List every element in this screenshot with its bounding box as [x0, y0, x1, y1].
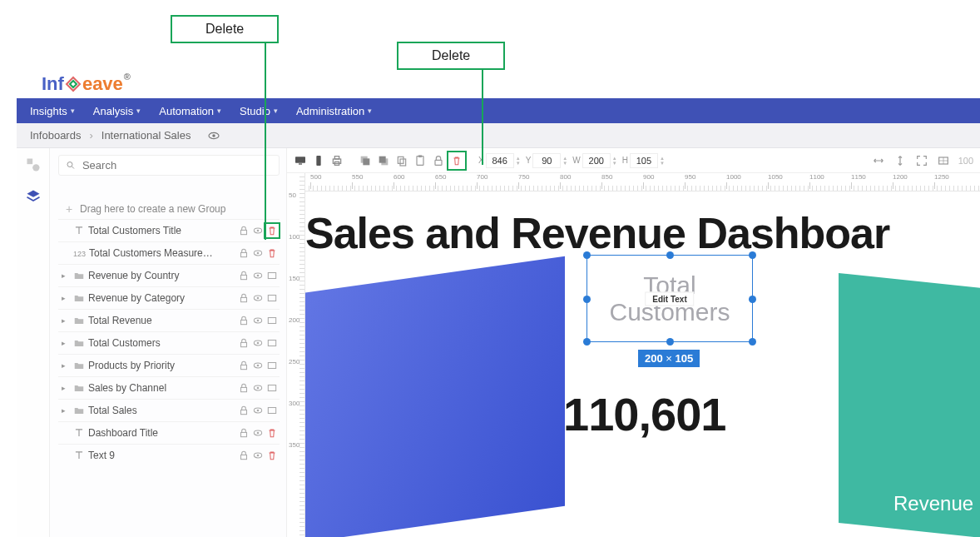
spinner-icon[interactable]: ▲▼: [562, 156, 567, 166]
layer-row[interactable]: Text 9: [58, 444, 280, 466]
desktop-view-icon[interactable]: [294, 154, 307, 167]
metric-value[interactable]: 110,601: [563, 387, 725, 441]
edit-text-popup[interactable]: Edit Text: [645, 291, 694, 306]
expand-icon[interactable]: ▸: [62, 294, 70, 302]
search-input[interactable]: [82, 159, 272, 172]
breadcrumb-root[interactable]: Infoboards: [30, 129, 81, 142]
layers-panel-icon[interactable]: [25, 188, 42, 205]
layer-row[interactable]: Dashboard Title: [58, 421, 280, 444]
layer-eye-icon[interactable]: [252, 270, 264, 281]
spinner-icon[interactable]: ▲▼: [612, 156, 617, 166]
layer-frame-icon[interactable]: [266, 360, 278, 371]
nav-analysis[interactable]: Analysis▾: [93, 105, 141, 117]
layer-row[interactable]: ▸Total Customers: [58, 331, 280, 354]
layer-frame-icon[interactable]: [266, 382, 278, 394]
layer-lock-icon[interactable]: [238, 450, 250, 461]
nav-insights[interactable]: Insights▾: [30, 105, 75, 117]
layer-eye-icon[interactable]: [252, 405, 264, 416]
fullscreen-icon[interactable]: [915, 154, 928, 167]
layer-trash-icon[interactable]: [266, 450, 278, 461]
layer-frame-icon[interactable]: [266, 337, 278, 349]
spinner-icon[interactable]: ▲▼: [516, 156, 521, 166]
layer-lock-icon[interactable]: [238, 427, 250, 439]
drag-hint[interactable]: + Drag here to create a new Group: [58, 199, 280, 219]
layer-frame-icon[interactable]: [266, 270, 278, 281]
expand-icon[interactable]: ▸: [62, 271, 70, 280]
layer-trash-icon[interactable]: [266, 225, 278, 236]
layer-eye-icon[interactable]: [252, 292, 264, 304]
layer-frame-icon[interactable]: [266, 405, 278, 416]
x-field[interactable]: X846▲▼: [478, 153, 521, 168]
paste-icon[interactable]: [413, 154, 427, 167]
expand-icon[interactable]: ▸: [62, 339, 70, 347]
selection-box[interactable]: Total Customers Edit Text: [587, 255, 753, 342]
layer-row[interactable]: ▸Revenue by Country: [58, 264, 280, 286]
bring-forward-icon[interactable]: [359, 154, 372, 167]
layer-lock-icon[interactable]: [238, 360, 250, 371]
expand-icon[interactable]: ▸: [62, 406, 70, 415]
layer-frame-icon[interactable]: [266, 315, 278, 326]
layer-row[interactable]: ▸Total Revenue: [58, 309, 280, 331]
layer-lock-icon[interactable]: [238, 292, 250, 304]
layer-lock-icon[interactable]: [238, 405, 250, 416]
layer-row[interactable]: ▸Revenue by Category: [58, 286, 280, 309]
layer-lock-icon[interactable]: [238, 382, 250, 394]
layer-eye-icon[interactable]: [252, 337, 264, 349]
copy-icon[interactable]: [395, 154, 408, 167]
sidebar-search[interactable]: [58, 155, 280, 176]
y-field[interactable]: Y90▲▼: [526, 153, 568, 168]
zoom-fit-icon[interactable]: [937, 154, 950, 167]
resize-handle-bm[interactable]: [666, 338, 674, 346]
w-field[interactable]: W200▲▼: [572, 153, 616, 168]
layer-eye-icon[interactable]: [252, 315, 264, 326]
layer-row[interactable]: ▸Sales by Channel: [58, 376, 280, 399]
layer-row[interactable]: Total Customers Title: [58, 219, 280, 241]
layer-lock-icon[interactable]: [238, 337, 250, 349]
layer-lock-icon[interactable]: [238, 315, 250, 326]
expand-icon[interactable]: ▸: [62, 316, 70, 325]
blue-parallelogram-shape[interactable]: [305, 256, 565, 537]
layer-frame-icon[interactable]: [266, 292, 278, 304]
layer-row[interactable]: 123Total Customers Measure…: [58, 241, 280, 264]
horizontal-ruler[interactable]: 5005506006507007508008509009501000105011…: [305, 173, 980, 191]
preview-icon[interactable]: [207, 129, 220, 142]
layer-eye-icon[interactable]: [252, 427, 264, 439]
nav-automation[interactable]: Automation▾: [159, 105, 221, 117]
zoom-level[interactable]: 100: [958, 156, 973, 166]
resize-handle-br[interactable]: [749, 338, 756, 346]
spinner-icon[interactable]: ▲▼: [660, 156, 665, 166]
lock-icon[interactable]: [432, 154, 445, 167]
h-field[interactable]: H105▲▼: [622, 153, 665, 168]
shapes-panel-icon[interactable]: [25, 157, 42, 173]
resize-handle-tl[interactable]: [583, 251, 591, 259]
layer-lock-icon[interactable]: [238, 270, 250, 281]
nav-administration[interactable]: Administration▾: [296, 105, 372, 117]
resize-handle-bl[interactable]: [583, 338, 591, 346]
mobile-view-icon[interactable]: [312, 154, 325, 167]
design-canvas[interactable]: Sales and Revenue Dashboar Revenue by C …: [305, 191, 980, 537]
teal-parallelogram-shape[interactable]: Revenue by C: [839, 273, 980, 537]
layer-row[interactable]: ▸Products by Priority: [58, 354, 280, 376]
layer-eye-icon[interactable]: [252, 450, 264, 461]
nav-studio[interactable]: Studio▾: [240, 105, 278, 117]
resize-handle-tm[interactable]: [666, 251, 674, 259]
vertical-ruler[interactable]: 50100150200250300350: [287, 173, 305, 537]
layer-lock-icon[interactable]: [238, 225, 250, 236]
layer-lock-icon[interactable]: [238, 247, 250, 259]
layer-row[interactable]: ▸Total Sales: [58, 399, 280, 421]
layer-eye-icon[interactable]: [252, 360, 264, 371]
expand-icon[interactable]: ▸: [62, 384, 70, 392]
fit-height-icon[interactable]: [893, 154, 907, 167]
fit-width-icon[interactable]: [872, 154, 885, 167]
layer-trash-icon[interactable]: [266, 427, 278, 439]
resize-handle-ml[interactable]: [583, 296, 591, 303]
resize-handle-mr[interactable]: [749, 296, 756, 303]
print-icon[interactable]: [330, 154, 344, 167]
layer-eye-icon[interactable]: [252, 225, 264, 236]
layer-eye-icon[interactable]: [252, 247, 264, 259]
send-backward-icon[interactable]: [377, 154, 390, 167]
resize-handle-tr[interactable]: [749, 251, 756, 259]
breadcrumb-leaf[interactable]: International Sales: [101, 129, 191, 142]
layer-trash-icon[interactable]: [266, 247, 278, 259]
delete-toolbar-icon[interactable]: [450, 154, 463, 167]
